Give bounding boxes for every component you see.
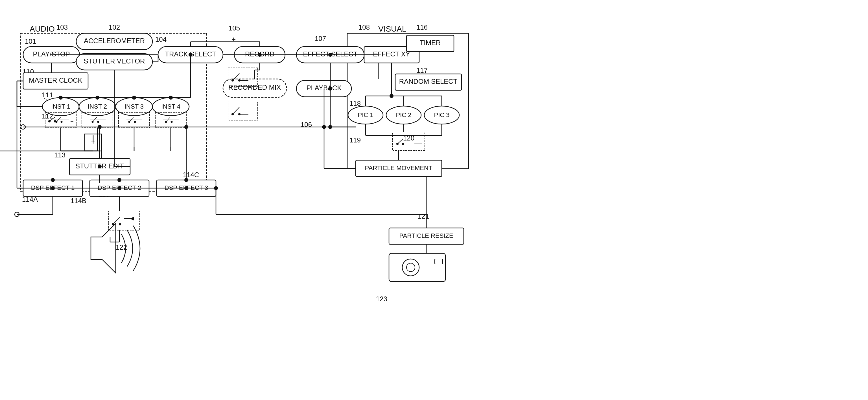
svg-point-180 xyxy=(189,53,192,57)
svg-line-115 xyxy=(232,107,239,114)
svg-point-132 xyxy=(51,178,55,182)
svg-point-183 xyxy=(98,164,102,168)
svg-text:+: + xyxy=(231,35,236,43)
svg-text:PARTICLE MOVEMENT: PARTICLE MOVEMENT xyxy=(365,164,432,171)
visual-label: VISUAL xyxy=(378,25,406,33)
svg-text:103: 103 xyxy=(57,24,68,31)
svg-text:TIMER: TIMER xyxy=(420,39,441,46)
svg-point-111 xyxy=(231,79,234,81)
svg-text:PIC 2: PIC 2 xyxy=(396,111,411,119)
svg-point-195 xyxy=(92,121,94,123)
svg-text:PIC 1: PIC 1 xyxy=(358,111,373,119)
svg-point-207 xyxy=(132,96,136,100)
svg-point-214 xyxy=(328,125,332,129)
svg-text:PARTICLE RESIZE: PARTICLE RESIZE xyxy=(399,232,453,239)
svg-text:102: 102 xyxy=(109,24,120,31)
svg-text:PIC 3: PIC 3 xyxy=(434,111,450,119)
svg-text:INST 2: INST 2 xyxy=(88,103,107,110)
svg-text:114C: 114C xyxy=(183,171,199,178)
svg-text:111: 111 xyxy=(42,91,53,99)
diagram-svg: AUDIO VISUAL 101 102 103 104 105 106 107… xyxy=(0,0,868,400)
svg-line-82 xyxy=(398,139,403,144)
svg-point-192 xyxy=(61,121,63,123)
svg-text:105: 105 xyxy=(229,24,240,32)
svg-text:114B: 114B xyxy=(70,197,86,204)
svg-point-84 xyxy=(402,143,404,145)
svg-point-141 xyxy=(112,223,114,225)
svg-point-208 xyxy=(169,96,173,100)
svg-text:118: 118 xyxy=(349,100,361,107)
svg-point-222 xyxy=(117,186,121,190)
svg-point-133 xyxy=(117,178,121,182)
svg-rect-90 xyxy=(389,253,445,281)
svg-point-204 xyxy=(171,121,173,123)
block-diagram: AUDIO VISUAL 101 102 103 104 105 106 107… xyxy=(0,0,868,400)
svg-text:STUTTER VECTOR: STUTTER VECTOR xyxy=(84,57,145,65)
svg-point-220 xyxy=(214,186,218,190)
svg-text:108: 108 xyxy=(359,24,370,31)
svg-marker-94 xyxy=(91,224,116,273)
svg-text:121: 121 xyxy=(418,212,429,220)
svg-point-205 xyxy=(59,96,63,100)
svg-marker-143 xyxy=(130,216,134,221)
svg-text:INST 3: INST 3 xyxy=(124,103,144,110)
svg-point-62 xyxy=(48,120,51,123)
svg-text:113: 113 xyxy=(54,151,65,159)
svg-point-206 xyxy=(95,96,99,100)
svg-point-199 xyxy=(128,121,130,123)
svg-point-223 xyxy=(184,186,188,190)
svg-text:RANDOM SELECT: RANDOM SELECT xyxy=(399,77,458,85)
svg-point-191 xyxy=(56,121,58,123)
svg-point-203 xyxy=(165,121,167,123)
svg-text:107: 107 xyxy=(315,35,326,42)
svg-point-200 xyxy=(134,121,136,123)
svg-text:MASTER CLOCK: MASTER CLOCK xyxy=(29,76,82,84)
svg-text:117: 117 xyxy=(416,67,428,74)
svg-point-142 xyxy=(119,223,121,225)
svg-rect-93 xyxy=(435,259,443,264)
svg-line-140 xyxy=(113,217,120,224)
svg-text:116: 116 xyxy=(416,24,428,31)
svg-text:INST 4: INST 4 xyxy=(161,103,180,110)
svg-text:104: 104 xyxy=(155,36,166,43)
svg-text:RECORDED MIX: RECORDED MIX xyxy=(228,84,281,91)
svg-point-221 xyxy=(51,186,55,190)
svg-point-166 xyxy=(390,94,394,98)
svg-point-196 xyxy=(97,121,99,123)
play-stop-label: PLAY/STOP xyxy=(33,50,70,58)
svg-text:EFFECT XY: EFFECT XY xyxy=(373,50,410,58)
svg-rect-114 xyxy=(228,101,258,120)
svg-text:119: 119 xyxy=(349,136,361,144)
svg-text:101: 101 xyxy=(25,37,36,45)
svg-text:ACCELEROMETER: ACCELEROMETER xyxy=(84,37,145,44)
svg-point-83 xyxy=(396,143,399,145)
audio-label: AUDIO xyxy=(30,25,55,33)
svg-text:INST 1: INST 1 xyxy=(51,103,70,110)
svg-text:123: 123 xyxy=(376,295,387,303)
svg-point-116 xyxy=(231,113,234,115)
